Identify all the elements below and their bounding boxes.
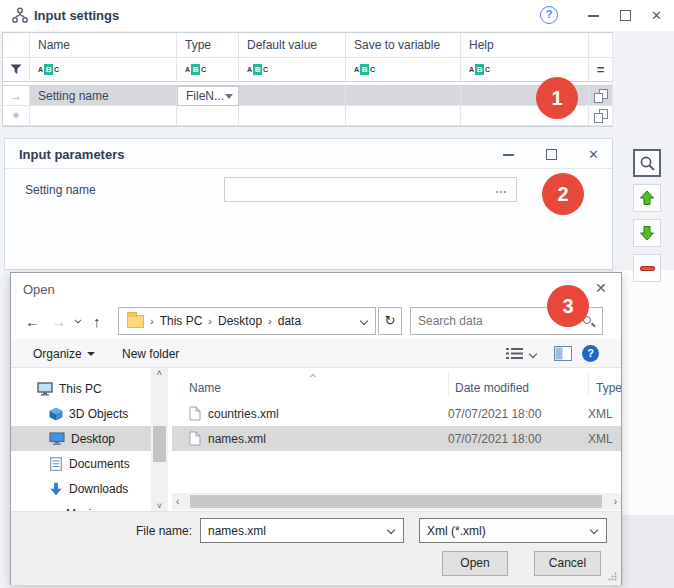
- breadcrumb-data[interactable]: data: [278, 314, 301, 328]
- chevron-down-icon[interactable]: [225, 94, 233, 99]
- background-strip: [613, 270, 674, 515]
- view-options-chevron-icon[interactable]: [529, 350, 537, 358]
- file-row-names-selected[interactable]: names.xml 07/07/2021 18:00 XML: [172, 426, 621, 451]
- sidebar-item-documents[interactable]: Documents: [11, 451, 151, 476]
- file-type-combo[interactable]: Xml (*.xml): [419, 518, 607, 543]
- file-row-countries[interactable]: countries.xml 07/07/2021 18:00 XML: [172, 401, 621, 426]
- setting-name-field[interactable]: …: [224, 177, 517, 202]
- open-file-dialog: Open ✕ ← → ↑ › This PC › Desktop › data …: [10, 272, 622, 585]
- maximize-icon[interactable]: [620, 10, 631, 21]
- column-header-type[interactable]: Type: [596, 381, 621, 395]
- setting-name-input[interactable]: [231, 180, 491, 199]
- recent-locations-chevron-icon[interactable]: [75, 317, 82, 324]
- cell-save-to-variable[interactable]: [346, 86, 461, 106]
- resize-grip[interactable]: [608, 572, 617, 581]
- close-icon[interactable]: ✕: [651, 9, 662, 22]
- file-name-combo[interactable]: [200, 518, 404, 543]
- cancel-button[interactable]: Cancel: [534, 551, 601, 576]
- sort-ascending-chevron-icon: [310, 374, 316, 380]
- column-header-date-modified[interactable]: Date modified: [455, 381, 529, 395]
- filter-condition-icon[interactable]: =: [589, 58, 613, 82]
- sidebar-item-3d-objects[interactable]: 3D Objects: [11, 401, 151, 426]
- col-header-help[interactable]: Help: [461, 33, 589, 58]
- abc-b: B: [44, 64, 53, 75]
- col-header-name[interactable]: Name: [30, 33, 177, 58]
- abc-filter-icon: ABC: [185, 64, 206, 75]
- close-icon[interactable]: ✕: [595, 280, 607, 296]
- filter-cell-type[interactable]: ABC: [177, 58, 239, 82]
- file-name-label: File name:: [136, 524, 192, 538]
- cell-default-value[interactable]: [239, 86, 346, 106]
- sidebar-label: This PC: [59, 382, 102, 396]
- scrollbar-thumb[interactable]: [153, 426, 166, 462]
- abc-filter-icon: ABC: [469, 64, 490, 75]
- filter-cell-save-to-variable[interactable]: ABC: [346, 58, 461, 82]
- new-folder-button[interactable]: New folder: [122, 347, 179, 361]
- browse-ellipsis-button[interactable]: …: [495, 182, 508, 196]
- back-icon[interactable]: ←: [25, 313, 40, 330]
- search-settings-button[interactable]: [633, 149, 661, 177]
- address-bar[interactable]: › This PC › Desktop › data: [118, 307, 376, 335]
- step-badge-3: 3: [547, 285, 589, 327]
- up-icon[interactable]: ↑: [93, 313, 101, 330]
- open-button[interactable]: Open: [442, 551, 508, 576]
- cell-type-new[interactable]: [177, 106, 239, 126]
- organize-chevron-icon: [87, 352, 95, 356]
- scroll-down-icon[interactable]: ˅: [151, 501, 168, 511]
- file-name-input[interactable]: [208, 521, 378, 540]
- maximize-icon[interactable]: [546, 149, 557, 160]
- cell-type-editor[interactable]: FileN...: [177, 86, 239, 106]
- copy-settings-button-new[interactable]: [589, 106, 613, 126]
- input-parameters-panel: Input parameters ✕ Setting name …: [4, 138, 613, 270]
- cell-default-value-new[interactable]: [239, 106, 346, 126]
- breadcrumb-desktop[interactable]: Desktop: [218, 314, 262, 328]
- sidebar-item-desktop[interactable]: Desktop: [11, 426, 151, 451]
- 3d-objects-icon: [49, 407, 63, 421]
- filter-cell-help[interactable]: ABC: [461, 58, 589, 82]
- horizontal-scrollbar[interactable]: ‹ ›: [172, 493, 621, 510]
- col-header-save-to-variable[interactable]: Save to variable: [346, 33, 461, 58]
- abc-c: C: [263, 66, 268, 73]
- filter-cell-default-value[interactable]: ABC: [239, 58, 346, 82]
- address-dropdown-chevron-icon[interactable]: [360, 317, 368, 325]
- filter-cell-name[interactable]: ABC: [30, 58, 177, 82]
- organize-menu[interactable]: Organize: [33, 347, 82, 361]
- cell-save-to-variable-new[interactable]: [346, 106, 461, 126]
- sidebar-scrollbar[interactable]: ˄ ˅: [151, 368, 168, 511]
- cell-name-new[interactable]: [30, 106, 177, 126]
- abc-filter-icon: ABC: [247, 64, 268, 75]
- remove-button[interactable]: [633, 254, 661, 282]
- scroll-left-icon[interactable]: ‹: [176, 493, 179, 510]
- minimize-icon[interactable]: [588, 15, 599, 17]
- preview-pane-icon[interactable]: [554, 346, 572, 361]
- sidebar-item-this-pc[interactable]: This PC: [11, 376, 151, 401]
- breadcrumb-this-pc[interactable]: This PC: [160, 314, 203, 328]
- new-row-icon: ✳: [12, 110, 20, 121]
- col-header-type[interactable]: Type: [177, 33, 239, 58]
- col-header-default-value[interactable]: Default value: [239, 33, 346, 58]
- help-icon[interactable]: ?: [540, 6, 558, 24]
- cell-name[interactable]: Setting name: [30, 86, 177, 106]
- refresh-button[interactable]: ↻: [378, 307, 402, 335]
- scroll-up-icon[interactable]: ˄: [151, 368, 168, 378]
- abc-c: C: [201, 66, 206, 73]
- column-header-name[interactable]: Name: [189, 381, 221, 395]
- details-view-icon[interactable]: [506, 347, 523, 360]
- copy-settings-button[interactable]: [589, 86, 613, 106]
- sidebar-item-downloads[interactable]: Downloads: [11, 476, 151, 501]
- move-down-button[interactable]: [633, 219, 661, 247]
- sidebar-item-music[interactable]: ♪ Music: [11, 501, 151, 511]
- scrollbar-thumb[interactable]: [190, 495, 602, 508]
- help-icon[interactable]: ?: [582, 345, 599, 362]
- close-icon[interactable]: ✕: [588, 148, 599, 161]
- move-up-button[interactable]: [633, 184, 661, 212]
- abc-a: A: [185, 66, 190, 73]
- current-row-arrow-icon: →: [10, 89, 22, 103]
- search-input[interactable]: [418, 309, 568, 333]
- abc-a: A: [469, 66, 474, 73]
- dialog-body: This PC 3D Objects Desktop: [11, 368, 621, 511]
- chevron-down-icon[interactable]: [387, 526, 395, 534]
- minimize-icon[interactable]: [503, 154, 514, 156]
- input-settings-titlebar: Input settings ? ✕: [0, 0, 674, 31]
- scroll-right-icon[interactable]: ›: [614, 493, 617, 510]
